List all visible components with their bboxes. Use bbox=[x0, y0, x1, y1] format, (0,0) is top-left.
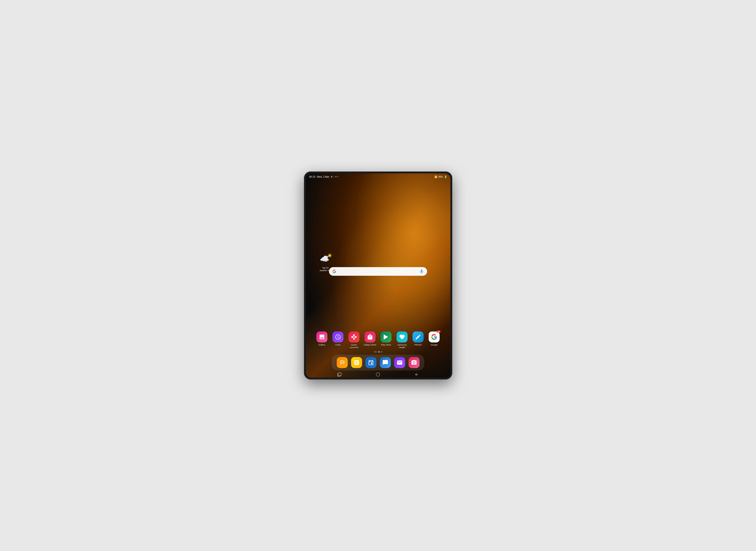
galaxy-store-icon[interactable] bbox=[364, 332, 375, 343]
app-item-google[interactable]: 19 Google bbox=[428, 332, 441, 346]
samsung-health-icon[interactable] bbox=[397, 332, 408, 343]
dock-icon-calendar[interactable] bbox=[365, 357, 376, 368]
game-launcher-label: GameLauncher bbox=[347, 344, 361, 349]
gallery-icon[interactable] bbox=[316, 332, 327, 343]
app-item-samsung-health[interactable]: SamsungHealth bbox=[396, 332, 409, 349]
google-g-icon bbox=[332, 269, 336, 273]
battery-icon: 🔋 bbox=[444, 175, 447, 178]
status-time: 08:25 bbox=[309, 175, 316, 178]
signal-icon: 📶 bbox=[434, 175, 437, 178]
galaxy-store-label: Galaxy Store bbox=[363, 344, 377, 346]
dock-icon-camera[interactable] bbox=[409, 357, 420, 368]
dock-icon-email[interactable] bbox=[394, 357, 405, 368]
app-item-game-launcher[interactable]: GameLauncher bbox=[347, 332, 361, 349]
battery-text: 98% bbox=[438, 175, 443, 178]
google-badge: 19 bbox=[437, 331, 441, 333]
nav-recent-button[interactable] bbox=[337, 372, 341, 377]
close-icon: ✕ bbox=[335, 175, 337, 178]
google-icon[interactable]: 19 bbox=[429, 332, 440, 343]
play-store-icon[interactable] bbox=[381, 332, 392, 343]
app-item-play-store[interactable]: Play Store bbox=[380, 332, 393, 346]
svg-point-0 bbox=[413, 362, 415, 364]
dock-icon-tasks[interactable] bbox=[337, 357, 348, 368]
app-item-galaxy-store[interactable]: Galaxy Store bbox=[363, 332, 377, 346]
dock-icon-messages[interactable] bbox=[380, 357, 391, 368]
search-bar-container[interactable] bbox=[329, 267, 427, 276]
weather-plus: + bbox=[327, 255, 329, 258]
dot-icon: • bbox=[338, 175, 338, 178]
nav-back-button[interactable] bbox=[415, 372, 419, 377]
status-date: Wed, 2 Mar bbox=[317, 175, 329, 178]
app-item-clock[interactable]: Clock bbox=[331, 332, 344, 346]
status-bar: 08:25 Wed, 2 Mar ⚙ ↓ ✕ • 📶 98% 🔋 bbox=[306, 173, 450, 180]
penup-icon[interactable] bbox=[413, 332, 424, 343]
page-indicator-2[interactable] bbox=[381, 351, 382, 353]
status-right: 📶 98% 🔋 bbox=[434, 175, 447, 178]
clock-label: Clock bbox=[331, 344, 344, 346]
dock-icon-notes[interactable] bbox=[351, 357, 362, 368]
tablet-screen: 08:25 Wed, 2 Mar ⚙ ↓ ✕ • 📶 98% 🔋 ☁️ ☀️ + bbox=[306, 173, 450, 378]
gallery-label: Gallery bbox=[315, 344, 328, 346]
status-icons: ⚙ ↓ ✕ • bbox=[331, 175, 339, 178]
samsung-health-label: SamsungHealth bbox=[396, 344, 409, 349]
search-bar[interactable] bbox=[329, 267, 427, 276]
app-item-penup[interactable]: PENUP bbox=[412, 332, 425, 346]
clock-icon[interactable] bbox=[332, 332, 343, 343]
page-indicators bbox=[374, 351, 382, 353]
app-item-gallery[interactable]: Gallery bbox=[315, 332, 328, 346]
weather-icon-area: ☁️ ☀️ + bbox=[320, 254, 331, 266]
mic-icon[interactable] bbox=[420, 269, 424, 273]
nav-home-button[interactable] bbox=[375, 372, 380, 377]
svg-point-1 bbox=[376, 373, 380, 377]
page-indicator-1[interactable] bbox=[379, 351, 380, 353]
game-launcher-icon[interactable] bbox=[348, 332, 359, 343]
download-icon: ↓ bbox=[333, 175, 334, 178]
dock bbox=[332, 355, 424, 371]
play-store-label: Play Store bbox=[380, 344, 393, 346]
google-label: Google bbox=[428, 344, 441, 346]
nav-bar bbox=[306, 372, 450, 378]
tablet-device: 08:25 Wed, 2 Mar ⚙ ↓ ✕ • 📶 98% 🔋 ☁️ ☀️ + bbox=[304, 171, 452, 380]
penup-label: PENUP bbox=[412, 344, 425, 346]
settings-icon: ⚙ bbox=[331, 175, 333, 178]
page-indicator-0[interactable] bbox=[374, 352, 377, 352]
status-left: 08:25 Wed, 2 Mar ⚙ ↓ ✕ • bbox=[309, 175, 339, 178]
app-grid: Gallery Clock GameLau bbox=[315, 332, 441, 349]
